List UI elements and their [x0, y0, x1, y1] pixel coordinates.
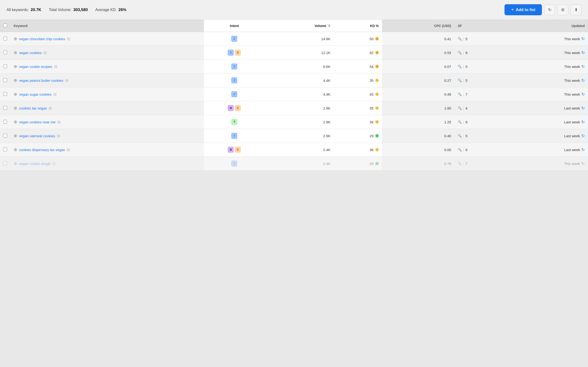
refresh-button[interactable]: ↻ [544, 4, 555, 15]
add-keyword-icon[interactable]: ⊕ [14, 119, 17, 125]
keyword-link[interactable]: vegan peanut butter cookies [19, 78, 63, 83]
sf-value: 8 [466, 120, 467, 124]
intent-badge-C: C [235, 105, 241, 111]
keyword-link[interactable]: vegan oatmeal cookies [19, 134, 55, 138]
updated-cell: This week ↻ [504, 74, 588, 87]
row-checkbox[interactable] [3, 50, 7, 54]
updated-text: This week [564, 78, 580, 83]
row-checkbox[interactable] [3, 161, 7, 165]
sf-cell: 🔍 | 7 [454, 87, 504, 101]
kd-value: 54 [370, 65, 373, 69]
table-row: ⊕ vegan oatmeal cookies ⊟ I2.9K29 0.40 🔍… [0, 129, 588, 143]
sf-value: 5 [466, 134, 467, 138]
keyword-link[interactable]: vegan chocolate chip cookies [19, 37, 65, 41]
keyword-link[interactable]: vegan cookies near me [19, 120, 55, 124]
kd-value: 29 [370, 162, 373, 166]
row-refresh-icon[interactable]: ↻ [581, 92, 585, 97]
keywords-table: Keyword Intent Volume ⇅ KD % CPC (USD) [0, 20, 588, 171]
row-checkbox[interactable] [3, 148, 7, 151]
intent-badge-I: I [231, 133, 237, 139]
sf-search-icon: 🔍 [458, 162, 462, 165]
page-icon: ⊟ [52, 161, 55, 166]
export-button[interactable]: ⬆ [571, 4, 581, 15]
row-refresh-icon[interactable]: ↻ [581, 50, 585, 55]
kd-cell: 35 [334, 101, 382, 115]
row-checkbox-cell [0, 143, 10, 157]
row-refresh-icon[interactable]: ↻ [581, 78, 585, 83]
add-keyword-icon[interactable]: ⊕ [14, 36, 17, 41]
table-row: ⊕ vegan cookies near me ⊟ T2.9K34 1.25 🔍… [0, 115, 588, 129]
page-icon: ⊟ [43, 50, 47, 55]
volume-column-header[interactable]: Volume ⇅ [265, 20, 334, 32]
keyword-link[interactable]: cookies dispensary las vegas [19, 148, 65, 152]
row-checkbox[interactable] [3, 134, 7, 137]
plus-icon: + [511, 7, 514, 12]
row-checkbox[interactable] [3, 78, 7, 82]
row-refresh-icon[interactable]: ↻ [581, 147, 585, 152]
add-to-list-label: Add to list [516, 8, 535, 12]
all-keywords-value: 20.7K [31, 8, 41, 12]
volume-cell: 2.9K [265, 115, 334, 129]
row-checkbox[interactable] [3, 106, 7, 110]
keyword-cell: ⊕ vegan cookie dough ⊟ [10, 157, 204, 171]
keyword-link[interactable]: cookies las vegas [19, 106, 47, 110]
select-all-header[interactable] [0, 20, 10, 32]
total-volume-value: 303,580 [73, 8, 88, 12]
volume-cell: 2.4K [265, 157, 334, 171]
settings-button[interactable]: ⚙ [557, 4, 568, 15]
page-icon: ⊟ [57, 134, 60, 138]
cpc-cell: 0.27 [382, 74, 454, 87]
intent-cell: T [204, 115, 265, 129]
cpc-cell: 1.25 [382, 115, 454, 129]
row-checkbox[interactable] [3, 120, 7, 124]
all-keywords-stat: All keywords: 20.7K [7, 8, 41, 12]
intent-cell: NC [204, 143, 265, 157]
sf-cell: 🔍 | 7 [454, 157, 504, 171]
row-refresh-icon[interactable]: ↻ [581, 120, 585, 125]
kd-value: 34 [370, 120, 373, 124]
keyword-link[interactable]: vegan cookie recipes [19, 65, 52, 69]
row-refresh-icon[interactable]: ↻ [581, 161, 585, 166]
add-keyword-icon[interactable]: ⊕ [14, 92, 17, 97]
kd-cell: 50 [334, 32, 382, 46]
row-checkbox[interactable] [3, 37, 7, 40]
intent-badge-I: I [228, 50, 234, 56]
add-keyword-icon[interactable]: ⊕ [14, 106, 17, 111]
kd-cell: 39 [334, 143, 382, 157]
row-refresh-icon[interactable]: ↻ [581, 36, 585, 41]
sf-value: 5 [466, 78, 467, 83]
row-checkbox[interactable] [3, 92, 7, 96]
cpc-cell: 0.53 [382, 46, 454, 60]
updated-cell: This week ↻ [504, 157, 588, 171]
row-checkbox-cell [0, 115, 10, 129]
intent-badge-N: N [228, 147, 234, 153]
keyword-link[interactable]: vegan cookie dough [19, 162, 51, 166]
sf-search-icon: 🔍 [458, 134, 462, 138]
row-checkbox[interactable] [3, 64, 7, 68]
add-keyword-icon[interactable]: ⊕ [14, 161, 17, 166]
row-checkbox-cell [0, 129, 10, 143]
table-header-row: Keyword Intent Volume ⇅ KD % CPC (USD) [0, 20, 588, 32]
top-actions: + Add to list ↻ ⚙ ⬆ [504, 4, 581, 15]
updated-text: Last week [564, 148, 580, 152]
sf-search-icon: 🔍 [458, 37, 462, 41]
sf-search-icon: 🔍 [458, 106, 462, 110]
keyword-link[interactable]: vegan sugar cookies [19, 92, 52, 96]
page-icon: ⊟ [67, 37, 70, 41]
add-keyword-icon[interactable]: ⊕ [14, 50, 17, 55]
updated-cell: Last week ↻ [504, 129, 588, 143]
volume-cell: 6.6K [265, 60, 334, 74]
row-refresh-icon[interactable]: ↻ [581, 64, 585, 69]
kd-dot [375, 162, 379, 165]
row-refresh-icon[interactable]: ↻ [581, 106, 585, 111]
add-keyword-icon[interactable]: ⊕ [14, 133, 17, 138]
table-row: ⊕ vegan cookie dough ⊟ I2.4K29 0.78 🔍 | … [0, 157, 588, 171]
add-keyword-icon[interactable]: ⊕ [14, 147, 17, 152]
add-keyword-icon[interactable]: ⊕ [14, 64, 17, 69]
add-to-list-button[interactable]: + Add to list [504, 4, 542, 15]
keyword-link[interactable]: vegan cookies [19, 51, 42, 55]
add-keyword-icon[interactable]: ⊕ [14, 78, 17, 83]
row-refresh-icon[interactable]: ↻ [581, 133, 585, 138]
updated-cell: This week ↻ [504, 32, 588, 46]
select-all-checkbox[interactable] [3, 24, 7, 27]
